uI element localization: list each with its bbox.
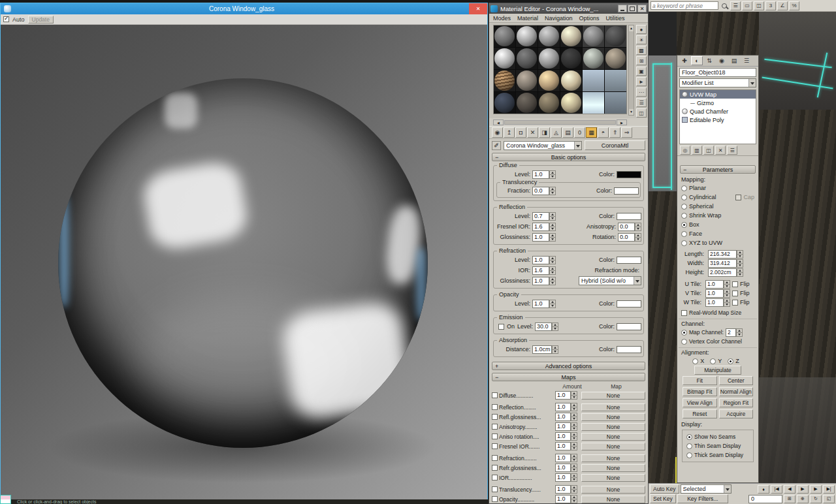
- sample-uv-tiling-icon[interactable]: ⊞: [636, 56, 647, 65]
- spinner-value[interactable]: 1.0: [555, 454, 571, 462]
- rollout-parameters[interactable]: − Parameters: [680, 165, 756, 174]
- map-enable-checkbox[interactable]: [492, 433, 498, 439]
- show-end-result-icon[interactable]: ▥: [692, 146, 702, 155]
- material-sample-slot[interactable]: [605, 70, 626, 91]
- viewport-strip-left[interactable]: [649, 12, 677, 483]
- chevron-down-icon[interactable]: [574, 142, 581, 150]
- menu-modes[interactable]: Modes: [493, 15, 511, 22]
- manipulate-button[interactable]: Manipulate: [694, 366, 741, 375]
- material-sample-slot[interactable]: [605, 25, 626, 47]
- spinner-down-icon[interactable]: [571, 426, 577, 431]
- map-amount-spinner[interactable]: 1.0: [555, 391, 577, 400]
- material-sample-slot[interactable]: [560, 48, 582, 69]
- reset-map-icon[interactable]: ✕: [527, 127, 538, 138]
- fresnel-ior-spinner[interactable]: 1.6: [532, 223, 556, 231]
- spinner-down-icon[interactable]: [549, 270, 556, 275]
- scroll-up-icon[interactable]: ▲: [629, 25, 634, 31]
- options-icon[interactable]: ⋯: [636, 87, 647, 97]
- spinner-down-icon[interactable]: [571, 477, 577, 482]
- material-sample-slot[interactable]: [605, 92, 626, 114]
- tab-motion[interactable]: ◉: [716, 56, 728, 65]
- scroll-right-icon[interactable]: ▶: [617, 119, 627, 125]
- material-sample-slot[interactable]: [494, 92, 515, 114]
- tab-display[interactable]: ▤: [728, 56, 740, 65]
- get-material-icon[interactable]: ◉: [492, 127, 503, 138]
- height-spinner[interactable]: 2.002cm: [708, 268, 743, 277]
- map-amount-spinner[interactable]: 1.0: [555, 442, 577, 450]
- spinner-down-icon[interactable]: [549, 260, 556, 264]
- spinner-value[interactable]: 1.0: [555, 403, 571, 411]
- map-none-button[interactable]: None: [581, 474, 645, 482]
- menu-options[interactable]: Options: [579, 15, 600, 22]
- background-checker-icon[interactable]: ▩: [636, 46, 647, 55]
- button-reset[interactable]: Reset: [683, 409, 717, 418]
- update-button[interactable]: Update: [28, 16, 54, 24]
- spinner-arrows[interactable]: [571, 464, 577, 472]
- zoom-extents-icon[interactable]: ⊞: [784, 495, 796, 503]
- length-spinner[interactable]: 216.342: [708, 250, 743, 259]
- key-filters-button[interactable]: Key Filters...: [677, 494, 728, 503]
- material-sample-slot[interactable]: [583, 70, 604, 91]
- material-name-dropdown[interactable]: Corona Window_glass: [504, 141, 582, 150]
- close-icon[interactable]: [469, 3, 487, 14]
- spinner-value[interactable]: 1.0: [555, 473, 571, 482]
- maxscript-mini-listener[interactable]: [0, 495, 11, 504]
- material-sample-slot[interactable]: [538, 25, 560, 47]
- map-none-button[interactable]: None: [581, 403, 645, 411]
- orbit-icon[interactable]: ↻: [810, 495, 822, 503]
- button-region-fit[interactable]: Region Fit: [719, 398, 754, 407]
- spinner-value[interactable]: 1.0: [555, 391, 571, 400]
- spinner-arrows[interactable]: [571, 391, 577, 400]
- tab-hierarchy[interactable]: ⇅: [703, 56, 715, 65]
- translucency-fraction-spinner[interactable]: 0.0: [532, 187, 556, 195]
- material-sample-slot[interactable]: [605, 48, 626, 69]
- display-radio-thick-seam-display[interactable]: [686, 452, 692, 458]
- map-enable-checkbox[interactable]: [492, 414, 498, 420]
- material-sample-slot[interactable]: [560, 70, 582, 91]
- ior-spinner[interactable]: 1.6: [532, 266, 556, 275]
- scroll-track[interactable]: [504, 120, 616, 125]
- material-sample-slot[interactable]: [494, 70, 515, 91]
- map-enable-checkbox[interactable]: [492, 496, 498, 502]
- viewport-strip-top[interactable]: [677, 12, 759, 55]
- auto-key-button[interactable]: Auto Key: [650, 484, 679, 494]
- map-channel-radio[interactable]: [681, 330, 687, 336]
- translucency-color-swatch[interactable]: [614, 187, 639, 195]
- remove-modifier-icon[interactable]: ✕: [715, 146, 726, 155]
- width-spinner[interactable]: 319.412: [708, 259, 743, 268]
- tab-utilities[interactable]: ☰: [741, 56, 752, 65]
- zoom-icon[interactable]: ⊕: [797, 495, 809, 503]
- corona-titlebar[interactable]: Corona Window_glass: [1, 3, 487, 14]
- spinner-value[interactable]: 1.0: [555, 485, 571, 494]
- modifier-stack-item[interactable]: —Gizmo: [680, 99, 756, 107]
- map-none-button[interactable]: None: [581, 413, 645, 421]
- modifier-stack-item[interactable]: Editable Poly: [680, 116, 756, 124]
- real-world-map-size-checkbox[interactable]: [681, 310, 687, 316]
- absorption-color-swatch[interactable]: [617, 346, 641, 353]
- current-frame-field[interactable]: 0: [748, 495, 782, 503]
- map-none-button[interactable]: None: [581, 486, 645, 494]
- spinner-down-icon[interactable]: [552, 349, 558, 354]
- map-channel-spinner[interactable]: 2: [726, 328, 743, 337]
- modifier-list-dropdown[interactable]: Modifier List: [679, 78, 756, 87]
- material-sample-slot[interactable]: [516, 25, 538, 47]
- spinner-arrows[interactable]: [571, 495, 577, 503]
- map-amount-spinner[interactable]: 1.0: [555, 464, 577, 472]
- material-sample-slot[interactable]: [583, 25, 604, 47]
- map-amount-spinner[interactable]: 1.0: [555, 432, 577, 441]
- spinner-down-icon[interactable]: [552, 326, 558, 331]
- axis-radio-z[interactable]: [728, 358, 733, 364]
- previous-frame-button[interactable]: ◀: [784, 485, 796, 494]
- rollout-advanced-options[interactable]: + Advanced options: [492, 362, 645, 370]
- reflection-color-swatch[interactable]: [617, 213, 641, 220]
- map-none-button[interactable]: None: [581, 464, 645, 472]
- mapping-radio-box[interactable]: [681, 222, 687, 228]
- chevron-down-icon[interactable]: [724, 485, 731, 493]
- video-color-check-icon[interactable]: ▣: [636, 67, 647, 76]
- spinner-down-icon[interactable]: [724, 284, 730, 289]
- sample-horizontal-scrollbar[interactable]: ◀ ▶: [493, 119, 627, 125]
- cap-checkbox[interactable]: [735, 195, 741, 200]
- material-map-navigator-icon[interactable]: ◫: [636, 108, 647, 118]
- material-sample-slot[interactable]: [560, 25, 582, 47]
- map-amount-spinner[interactable]: 1.0: [555, 495, 577, 503]
